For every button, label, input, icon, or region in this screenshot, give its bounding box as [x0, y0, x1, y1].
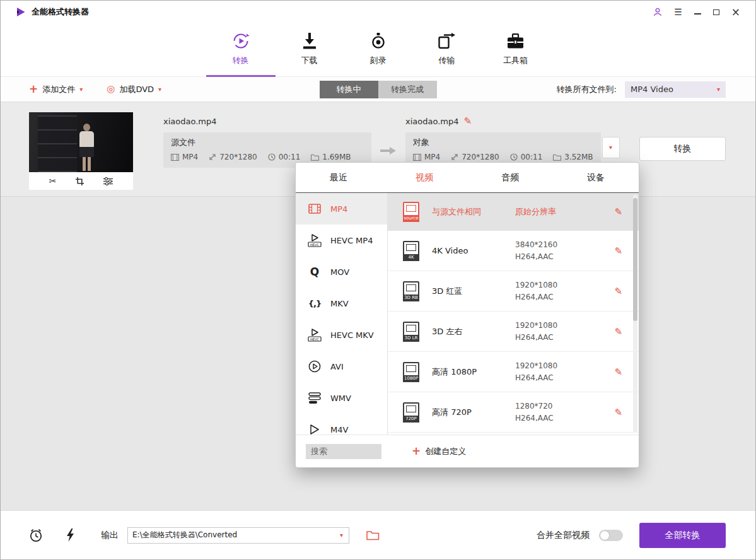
preset-hd-720p[interactable]: 720P 高清 720P 1280*720H264,AAC ✎: [388, 392, 639, 433]
tab-recent[interactable]: 最近: [296, 163, 381, 192]
main-nav: 转换 下载 刻录 传输 工具箱: [1, 23, 755, 77]
performance-icon[interactable]: [66, 528, 74, 542]
trim-icon[interactable]: ✂: [49, 176, 57, 186]
plus-icon: +: [412, 446, 421, 457]
edit-preset-icon[interactable]: ✎: [614, 407, 622, 418]
quicktime-q-icon: Q: [306, 265, 323, 278]
close-button[interactable]: ×: [731, 7, 740, 18]
tab-completed[interactable]: 转换完成: [378, 81, 437, 98]
add-file-button[interactable]: + 添加文件 ▾: [29, 84, 83, 95]
target-format: MP4: [413, 153, 440, 161]
create-custom-button[interactable]: + 创建自定义: [412, 446, 466, 457]
format-item-avi[interactable]: AVI: [296, 351, 387, 382]
rename-icon[interactable]: ✎: [464, 117, 472, 126]
preset-details: 1280*720H264,AAC: [515, 400, 610, 424]
merge-videos-toggle[interactable]: [599, 530, 623, 541]
open-folder-icon[interactable]: [366, 530, 380, 540]
convert-all-button[interactable]: 全部转换: [639, 523, 726, 548]
media-stack-icon: [306, 392, 323, 404]
source-label: 源文件: [171, 137, 364, 148]
nav-tab-convert[interactable]: 转换: [218, 32, 264, 77]
output-path-box: ▾: [127, 527, 349, 544]
target-resolution: 720*1280: [451, 153, 499, 161]
preset-3d-redblue[interactable]: 3D RB 3D 红蓝 1920*1080H264,AAC ✎: [388, 271, 639, 312]
edit-preset-icon[interactable]: ✎: [614, 245, 622, 257]
source-filename: xiaodao.mp4: [163, 117, 217, 126]
app-logo-icon: [16, 7, 26, 17]
resolution-icon: [451, 153, 458, 161]
schedule-icon[interactable]: [29, 528, 43, 542]
nav-tab-label: 转换: [233, 55, 249, 66]
edit-preset-icon[interactable]: ✎: [614, 206, 622, 218]
preset-hd-1080p[interactable]: 1080P 高清 1080P 1920*1080H264,AAC ✎: [388, 352, 639, 392]
maximize-icon: [713, 9, 719, 15]
preset-3d-leftright[interactable]: 3D LR 3D 左右 1920*1080H264,AAC ✎: [388, 312, 639, 352]
format-item-mp4[interactable]: MP4: [296, 193, 387, 225]
toolbox-icon: [507, 32, 524, 50]
preset-4k-video[interactable]: 4K 4K Video 3840*2160H264,AAC ✎: [388, 231, 639, 271]
play-icon: [306, 424, 323, 435]
menu-icon[interactable]: ☰: [674, 7, 682, 17]
format-item-wmv[interactable]: WMV: [296, 382, 387, 414]
format-search-input[interactable]: [306, 444, 381, 459]
source-duration: 00:11: [268, 153, 301, 161]
format-item-hevc-mp4[interactable]: HEVC HEVC MP4: [296, 225, 387, 256]
tab-video[interactable]: 视频: [381, 163, 467, 192]
tab-converting[interactable]: 转换中: [320, 81, 378, 98]
format-label: MOV: [330, 267, 349, 277]
source-resolution: 720*1280: [209, 153, 257, 161]
output-format-select[interactable]: MP4 Video ▾: [625, 81, 726, 98]
format-popup-footer: + 创建自定义: [296, 435, 639, 467]
hevc-play-icon: HEVC: [306, 234, 323, 247]
film-icon: [413, 154, 421, 161]
preset-list: source 与源文件相同 原始分辨率 ✎ 4K 4K Video 3840*2…: [388, 193, 639, 435]
preset-name: 高清 720P: [432, 407, 515, 418]
preset-doc-icon: 3D RB: [403, 281, 419, 301]
convert-row-button[interactable]: 转换: [639, 137, 726, 161]
preset-doc-icon: 3D LR: [403, 322, 419, 342]
edit-preset-icon[interactable]: ✎: [614, 286, 622, 297]
convert-to-label: 转换所有文件到:: [557, 84, 617, 95]
thumbnail-image: [29, 112, 133, 172]
edit-preset-icon[interactable]: ✎: [614, 366, 622, 378]
output-label: 输出: [101, 530, 119, 541]
target-duration: 00:11: [510, 153, 543, 161]
format-label: HEVC MP4: [330, 236, 373, 245]
nav-tab-transfer[interactable]: 传输: [424, 32, 470, 77]
file-columns: xiaodao.mp4 源文件 MP4 720*1280: [163, 115, 726, 168]
format-label: M4V: [330, 425, 348, 435]
nav-tab-toolbox[interactable]: 工具箱: [493, 32, 538, 77]
transfer-icon: [438, 32, 455, 50]
format-item-hevc-mkv[interactable]: HEVC HEVC MKV: [296, 319, 387, 351]
preset-doc-icon: 1080P: [403, 362, 419, 382]
clip-tools: ✂: [29, 172, 133, 190]
minimize-icon: [694, 13, 701, 15]
tab-audio[interactable]: 音频: [467, 163, 553, 192]
output-path-input[interactable]: [128, 531, 334, 540]
create-custom-label: 创建自定义: [425, 446, 466, 457]
load-dvd-button[interactable]: ◎ 加载DVD ▾: [107, 84, 161, 95]
format-item-mov[interactable]: Q MOV: [296, 256, 387, 288]
format-list: MP4 HEVC HEVC MP4 Q MOV {,} MKV HEVC HEV: [296, 193, 388, 435]
effects-icon[interactable]: [103, 177, 113, 185]
scrollbar-thumb[interactable]: [633, 198, 637, 321]
nav-tab-download[interactable]: 下载: [287, 32, 332, 77]
format-item-mkv[interactable]: {,} MKV: [296, 288, 387, 319]
nav-tab-burn[interactable]: 刻录: [356, 32, 401, 77]
crop-icon[interactable]: [76, 177, 84, 185]
target-format-dropdown-button[interactable]: ▾: [602, 137, 620, 158]
edit-preset-icon[interactable]: ✎: [614, 326, 622, 337]
account-icon[interactable]: [653, 8, 662, 16]
tab-device[interactable]: 设备: [553, 163, 639, 192]
preset-name: 3D 红蓝: [432, 286, 515, 297]
minimize-button[interactable]: [694, 9, 701, 15]
maximize-button[interactable]: [713, 9, 719, 15]
nav-tab-label: 工具箱: [503, 55, 528, 66]
video-thumbnail: ✂: [29, 112, 133, 190]
preset-same-as-source[interactable]: source 与源文件相同 原始分辨率 ✎: [388, 193, 639, 231]
preset-name: 3D 左右: [432, 326, 515, 337]
app-window: { "window": { "title": "全能格式转换器" }, "ico…: [0, 0, 756, 560]
format-item-m4v[interactable]: M4V: [296, 414, 387, 435]
chevron-down-icon[interactable]: ▾: [334, 532, 349, 539]
popup-scrollbar[interactable]: [633, 195, 637, 433]
